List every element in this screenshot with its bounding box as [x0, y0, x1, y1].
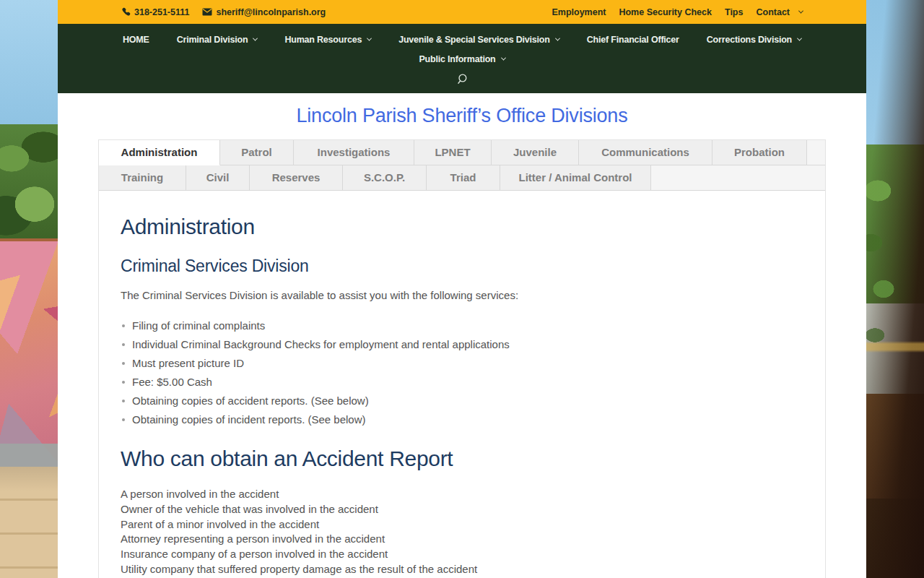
page-body: Lincoln Parish Sheriff’s Office Division…	[58, 93, 866, 578]
intro-paragraph: The Criminal Services Division is availa…	[121, 289, 803, 301]
nav-item-corrections-division[interactable]: Corrections Division	[707, 35, 801, 45]
accident-eligibility-list: A person involved in the accident Owner …	[121, 487, 803, 578]
photo-trees	[0, 124, 58, 238]
tab-litter-animal-control[interactable]: Litter / Animal Control	[500, 165, 651, 191]
nav-item-label: Juvenile & Special Services Division	[398, 35, 550, 45]
search-button[interactable]	[58, 70, 866, 89]
service-item: Obtaining copies of accident reports. (S…	[121, 392, 803, 410]
page-title: Lincoln Parish Sheriff’s Office Division…	[58, 105, 866, 127]
section-heading-accident-report: Who can obtain an Accident Report	[121, 447, 803, 471]
chevron-down-icon	[253, 36, 258, 41]
tab-administration[interactable]: Administration	[99, 140, 220, 165]
photo-pavement	[0, 467, 58, 578]
eligibility-line: Insurance company of a person involved i…	[121, 547, 803, 562]
services-list: Filing of criminal complaints Individual…	[121, 316, 803, 429]
divisions-panel: Administration Patrol Investigations LPN…	[98, 139, 826, 578]
service-item: Filing of criminal complaints	[121, 316, 803, 335]
service-item: Individual Criminal Background Checks fo…	[121, 335, 803, 354]
eligibility-line: Parent of a minor involved in the accide…	[121, 517, 803, 532]
tab-reserves[interactable]: Reserves	[250, 165, 343, 191]
service-item: Must present picture ID	[121, 354, 803, 373]
chevron-down-icon	[797, 36, 802, 41]
nav-row-secondary: Public Information	[58, 49, 866, 69]
contact-info-group: 318-251-5111 sheriff@lincolnparish.org	[121, 7, 326, 17]
topbar-link-home-security-check[interactable]: Home Security Check	[619, 7, 712, 17]
tab-civil[interactable]: Civil	[186, 165, 250, 191]
section-subheading-criminal-services: Criminal Services Division	[121, 256, 803, 276]
top-bar: 318-251-5111 sheriff@lincolnparish.org E…	[58, 0, 866, 24]
main-navigation: HOME Criminal Division Human Resources J…	[58, 24, 866, 93]
tab-juvenile[interactable]: Juvenile	[492, 140, 579, 165]
eligibility-line: Utility company that suffered property d…	[121, 562, 803, 577]
tab-scop[interactable]: S.C.O.P.	[343, 165, 427, 191]
tab-training[interactable]: Training	[99, 165, 186, 191]
tab-probation[interactable]: Probation	[712, 140, 807, 165]
nav-item-juvenile-special-services[interactable]: Juvenile & Special Services Division	[398, 35, 559, 45]
topbar-link-tips[interactable]: Tips	[725, 7, 743, 17]
nav-item-chief-financial-officer[interactable]: Chief Financial Officer	[587, 35, 679, 45]
nav-item-label: Human Resources	[284, 35, 362, 45]
background-photo-right	[866, 0, 924, 578]
nav-row-primary: HOME Criminal Division Human Resources J…	[58, 30, 866, 49]
nav-item-label: Corrections Division	[707, 35, 792, 45]
tab-communications[interactable]: Communications	[579, 140, 712, 165]
tab-investigations[interactable]: Investigations	[294, 140, 414, 165]
tabs-filler	[651, 165, 825, 191]
tabs-row-1: Administration Patrol Investigations LPN…	[99, 140, 825, 165]
eligibility-line: Attorney representing a person involved …	[121, 532, 803, 547]
phone-number: 318-251-5111	[134, 7, 189, 17]
tab-content-administration: Administration Criminal Services Divisio…	[99, 191, 825, 578]
site-wrapper: 318-251-5111 sheriff@lincolnparish.org E…	[58, 0, 866, 578]
tab-triad[interactable]: Triad	[427, 165, 500, 191]
nav-item-label: Public Information	[419, 54, 495, 64]
nav-item-label: Criminal Division	[177, 35, 248, 45]
eligibility-line: Owner of the vehicle that was involved i…	[121, 502, 803, 517]
topbar-menu: Employment Home Security Check Tips Cont…	[552, 7, 803, 17]
phone-icon	[121, 7, 131, 17]
tab-patrol[interactable]: Patrol	[220, 140, 294, 165]
chevron-down-icon	[798, 9, 803, 14]
photo-mural-wall	[0, 238, 58, 467]
phone-link[interactable]: 318-251-5111	[121, 7, 189, 17]
tab-lpnet[interactable]: LPNET	[414, 140, 492, 165]
topbar-link-contact[interactable]: Contact	[756, 7, 803, 17]
chevron-down-icon	[555, 36, 560, 41]
chevron-down-icon	[367, 36, 372, 41]
search-icon	[456, 73, 468, 86]
photo-sky	[0, 0, 58, 124]
email-link[interactable]: sheriff@lincolnparish.org	[202, 7, 326, 17]
nav-item-public-information[interactable]: Public Information	[419, 54, 505, 64]
service-item: Fee: $5.00 Cash	[121, 373, 803, 392]
nav-item-criminal-division[interactable]: Criminal Division	[177, 35, 258, 45]
chevron-down-icon	[501, 56, 506, 61]
background-photo-left	[0, 0, 58, 578]
email-icon	[202, 8, 212, 16]
topbar-link-contact-label: Contact	[756, 7, 790, 17]
topbar-link-employment[interactable]: Employment	[552, 7, 606, 17]
eligibility-line: A person involved in the accident	[121, 487, 803, 502]
section-heading-administration: Administration	[121, 215, 803, 239]
nav-item-home[interactable]: HOME	[123, 35, 149, 45]
email-address: sheriff@lincolnparish.org	[216, 7, 326, 17]
service-item: Obtaining copies of incident reports. (S…	[121, 410, 803, 429]
tabs-filler	[807, 140, 825, 165]
tabs-row-2: Training Civil Reserves S.C.O.P. Triad L…	[99, 165, 825, 191]
nav-item-human-resources[interactable]: Human Resources	[284, 35, 371, 45]
